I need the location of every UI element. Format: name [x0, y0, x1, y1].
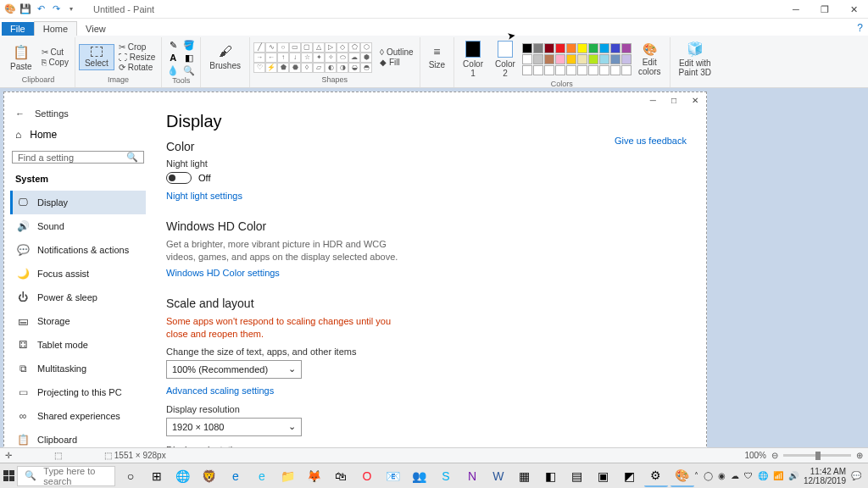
- search-input[interactable]: Find a setting 🔍: [12, 151, 144, 164]
- select-button[interactable]: Select: [79, 44, 114, 70]
- color-swatch[interactable]: [555, 43, 565, 53]
- save-icon[interactable]: 💾: [19, 3, 32, 16]
- qat-dropdown-icon[interactable]: ▾: [64, 3, 78, 16]
- paint-task-icon[interactable]: 🎨: [670, 465, 694, 487]
- file-tab[interactable]: File: [2, 22, 34, 36]
- color-swatch[interactable]: [610, 54, 620, 64]
- nav-item-storage[interactable]: 🖴Storage: [10, 309, 146, 333]
- nav-item-shared-experiences[interactable]: ∞Shared experiences: [10, 404, 146, 428]
- notifications-icon[interactable]: 💬: [851, 471, 861, 480]
- tray-chevron-icon[interactable]: ˄: [694, 471, 698, 480]
- settings-maximize-icon[interactable]: □: [671, 96, 676, 105]
- color-swatch[interactable]: [588, 65, 598, 75]
- paste-button[interactable]: 📋Paste: [5, 42, 37, 73]
- store-icon[interactable]: 🛍: [329, 465, 353, 487]
- color-swatch[interactable]: [577, 43, 587, 53]
- zoom-out-button[interactable]: ⊖: [771, 451, 778, 460]
- nav-item-projecting-to-this-pc[interactable]: ▭Projecting to this PC: [10, 380, 146, 404]
- size-button[interactable]: ≡Size: [424, 43, 450, 71]
- taskview-icon[interactable]: ⊞: [145, 465, 169, 487]
- tray-network-icon[interactable]: 🌐: [758, 471, 768, 480]
- brushes-button[interactable]: 🖌Brushes: [204, 42, 246, 72]
- zoom-in-button[interactable]: ⊕: [856, 451, 863, 460]
- eraser-tool[interactable]: ◧: [181, 52, 197, 64]
- resolution-dropdown[interactable]: 1920 × 1080⌄: [166, 418, 302, 436]
- nav-item-notifications-actions[interactable]: 💬Notifications & actions: [10, 238, 146, 262]
- color-swatch[interactable]: [610, 43, 620, 53]
- color-swatch[interactable]: [588, 54, 598, 64]
- explorer-icon[interactable]: 📁: [276, 465, 300, 487]
- redo-icon[interactable]: ↷: [49, 3, 63, 16]
- color-swatch[interactable]: [577, 54, 587, 64]
- color-swatch[interactable]: [599, 54, 609, 64]
- taskbar-search[interactable]: 🔍Type here to search: [17, 466, 115, 486]
- app4-icon[interactable]: ▣: [592, 465, 615, 487]
- nav-item-multitasking[interactable]: ⧉Multitasking: [10, 357, 146, 380]
- brave-icon[interactable]: 🦁: [198, 465, 221, 487]
- color-swatch[interactable]: [577, 65, 587, 75]
- color-swatch[interactable]: [544, 65, 554, 75]
- teams-icon[interactable]: 👥: [408, 465, 431, 487]
- color-swatch[interactable]: [621, 43, 632, 53]
- color-swatch[interactable]: [533, 65, 543, 75]
- word-icon[interactable]: W: [487, 465, 510, 487]
- scale-dropdown[interactable]: 100% (Recommended)⌄: [166, 360, 302, 379]
- nav-item-tablet-mode[interactable]: ⚃Tablet mode: [10, 333, 146, 357]
- crop-button[interactable]: ✂ Crop: [116, 42, 159, 52]
- text-tool[interactable]: A: [165, 52, 181, 64]
- edit-colors-button[interactable]: 🎨Edit colors: [633, 41, 666, 78]
- canvas[interactable]: ─ □ ✕ ← Settings ⌂ Home Find a setting: [3, 92, 707, 459]
- advanced-scaling-link[interactable]: Advanced scaling settings: [166, 385, 274, 396]
- color-swatch[interactable]: [555, 65, 565, 75]
- fill-tool[interactable]: 🪣: [181, 39, 197, 51]
- clock[interactable]: 11:42 AM 12/18/2019: [804, 467, 846, 485]
- zoom-slider[interactable]: [783, 454, 851, 457]
- color-swatch[interactable]: [599, 43, 609, 53]
- color-swatch[interactable]: [522, 65, 532, 75]
- color-swatch[interactable]: [544, 43, 554, 53]
- app-icon[interactable]: ▦: [513, 465, 537, 487]
- nav-item-power-sleep[interactable]: ⏻Power & sleep: [10, 286, 146, 309]
- firefox-icon[interactable]: 🦊: [303, 465, 326, 487]
- color-swatch[interactable]: [566, 54, 576, 64]
- undo-icon[interactable]: ↶: [34, 3, 47, 16]
- picker-tool[interactable]: 💧: [165, 64, 181, 76]
- zoom-tool[interactable]: 🔍: [181, 64, 197, 76]
- tray-app-icon[interactable]: ◯: [704, 471, 713, 480]
- opera-icon[interactable]: O: [355, 465, 379, 487]
- color-swatch[interactable]: [621, 54, 632, 64]
- hd-color-link[interactable]: Windows HD Color settings: [166, 268, 280, 278]
- minimize-button[interactable]: ─: [782, 0, 810, 19]
- ie-icon[interactable]: e: [250, 465, 274, 487]
- fill-button[interactable]: ◆ Fill: [377, 58, 416, 67]
- help-icon[interactable]: ?: [857, 22, 863, 34]
- edge-icon[interactable]: e: [224, 465, 248, 487]
- feedback-link[interactable]: Give us feedback: [615, 136, 687, 146]
- tray-cloud-icon[interactable]: ☁: [731, 471, 739, 480]
- tray-wifi-icon[interactable]: 📶: [773, 471, 783, 480]
- settings-task-icon[interactable]: ⚙: [644, 465, 668, 487]
- chrome-icon[interactable]: 🌐: [171, 465, 195, 487]
- color-swatch[interactable]: [599, 65, 609, 75]
- pencil-tool[interactable]: ✎: [165, 39, 181, 51]
- tray-shield-icon[interactable]: 🛡: [744, 471, 753, 480]
- settings-minimize-icon[interactable]: ─: [650, 96, 656, 105]
- cortana-icon[interactable]: ○: [119, 465, 142, 487]
- color-swatch[interactable]: [555, 54, 565, 64]
- color-swatch[interactable]: [533, 43, 543, 53]
- color-swatch[interactable]: [522, 43, 532, 53]
- cut-button[interactable]: ✂ Cut: [39, 47, 71, 57]
- copy-button[interactable]: ⎘ Copy: [39, 58, 71, 67]
- color2-button[interactable]: Color 2: [490, 39, 520, 80]
- maximize-button[interactable]: ❐: [810, 0, 839, 19]
- night-light-settings-link[interactable]: Night light settings: [166, 191, 242, 201]
- color1-button[interactable]: Color 1: [458, 39, 488, 80]
- color-swatch[interactable]: [610, 65, 620, 75]
- tray-app2-icon[interactable]: ◉: [718, 471, 726, 480]
- color-swatch[interactable]: [621, 65, 632, 75]
- skype-icon[interactable]: S: [434, 465, 458, 487]
- tray-volume-icon[interactable]: 🔊: [788, 471, 798, 480]
- resize-button[interactable]: ⛶ Resize: [116, 53, 159, 62]
- color-swatch[interactable]: [533, 54, 543, 64]
- close-button[interactable]: ✕: [839, 0, 868, 19]
